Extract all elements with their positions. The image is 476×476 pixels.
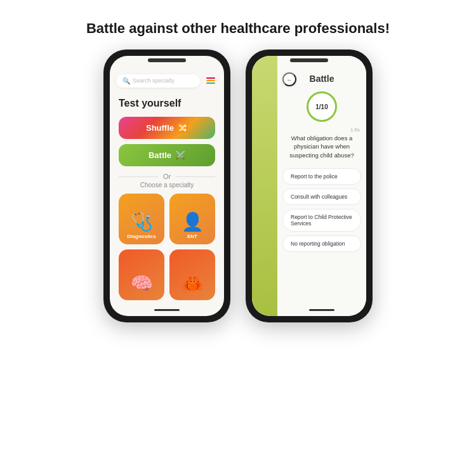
- phone2-content: ← Battle 1/10 1.6s What obligation does …: [277, 56, 366, 316]
- battle-icon: ⚔️: [175, 150, 185, 160]
- menu-line-2: [206, 80, 215, 81]
- specialty-card-diagnostics[interactable]: 🩺 Diagnostics: [119, 194, 164, 244]
- phone-left: 🔍 Search specialty Test yourself Shuffle…: [103, 50, 230, 322]
- phone1-screen: 🔍 Search specialty Test yourself Shuffle…: [110, 56, 224, 316]
- phone2-screen: ← Battle 1/10 1.6s What obligation does …: [252, 56, 366, 316]
- specialty-grid: 🩺 Diagnostics 👤 ENT 🧠 🦀: [119, 194, 215, 300]
- question-text: What obligation does a physician have wh…: [284, 134, 360, 159]
- or-divider: Or: [119, 173, 215, 180]
- shuffle-button[interactable]: Shuffle 🔀: [119, 117, 215, 139]
- brain-icon: 🧠: [131, 273, 153, 294]
- test-yourself-title: Test yourself: [119, 98, 215, 109]
- phone2-bottom-bar: [277, 309, 366, 311]
- answer-option-1[interactable]: Report to the police: [282, 168, 361, 185]
- diagnostics-label: Diagnostics: [127, 234, 155, 239]
- or-text: Or: [163, 173, 171, 180]
- back-button[interactable]: ←: [282, 72, 296, 86]
- phones-container: 🔍 Search specialty Test yourself Shuffle…: [93, 50, 383, 322]
- phone1-bottom-bar: [110, 309, 224, 311]
- battle-screen-title: Battle: [310, 74, 334, 84]
- search-placeholder-text: Search specialty: [133, 77, 175, 84]
- battle-button[interactable]: Battle ⚔️: [119, 144, 215, 166]
- menu-line-3: [206, 83, 215, 84]
- bottom-indicator: [154, 309, 180, 311]
- diagnostics-icon: 🩺: [131, 211, 153, 232]
- page-headline: Battle against other healthcare professi…: [74, 20, 402, 37]
- specialty-card-crab[interactable]: 🦀: [169, 249, 215, 300]
- divider-left: [119, 176, 158, 177]
- battle-label: Battle: [149, 150, 171, 160]
- search-icon: 🔍: [122, 77, 130, 84]
- phone2-header: ← Battle: [277, 56, 366, 89]
- answer-option-2[interactable]: Consult with colleagues: [282, 188, 361, 205]
- shuffle-icon: 🔀: [178, 123, 188, 133]
- crab-icon: 🦀: [182, 273, 204, 294]
- menu-line-1: [206, 77, 215, 79]
- divider-right: [176, 176, 215, 177]
- specialty-card-brain[interactable]: 🧠: [119, 249, 164, 300]
- phone1-body: Test yourself Shuffle 🔀 Battle ⚔️ Or: [110, 93, 224, 305]
- timer-label: 1.6s: [284, 127, 360, 133]
- progress-circle: 1/10: [307, 91, 337, 122]
- answer-option-4[interactable]: No reporting obligation: [282, 235, 361, 252]
- search-bar[interactable]: 🔍 Search specialty: [116, 74, 200, 88]
- specialty-card-ent[interactable]: 👤 ENT: [169, 194, 215, 244]
- shuffle-label: Shuffle: [146, 123, 174, 133]
- answers-list: Report to the police Consult with collea…: [277, 159, 366, 252]
- phone1-header: 🔍 Search specialty: [110, 56, 224, 93]
- color-band: [252, 56, 277, 316]
- choose-specialty-label: Choose a specialty: [119, 182, 215, 188]
- question-area: 1.6s What obligation does a physician ha…: [277, 127, 366, 159]
- menu-icon[interactable]: [204, 74, 218, 88]
- ent-icon: 👤: [182, 211, 204, 232]
- back-icon: ←: [286, 76, 293, 83]
- ent-label: ENT: [187, 234, 197, 239]
- progress-text: 1/10: [315, 103, 327, 110]
- answer-option-3[interactable]: Report to Child Protective Services: [282, 209, 361, 232]
- phone-right: ← Battle 1/10 1.6s What obligation does …: [246, 50, 373, 322]
- bottom-indicator-2: [309, 309, 334, 311]
